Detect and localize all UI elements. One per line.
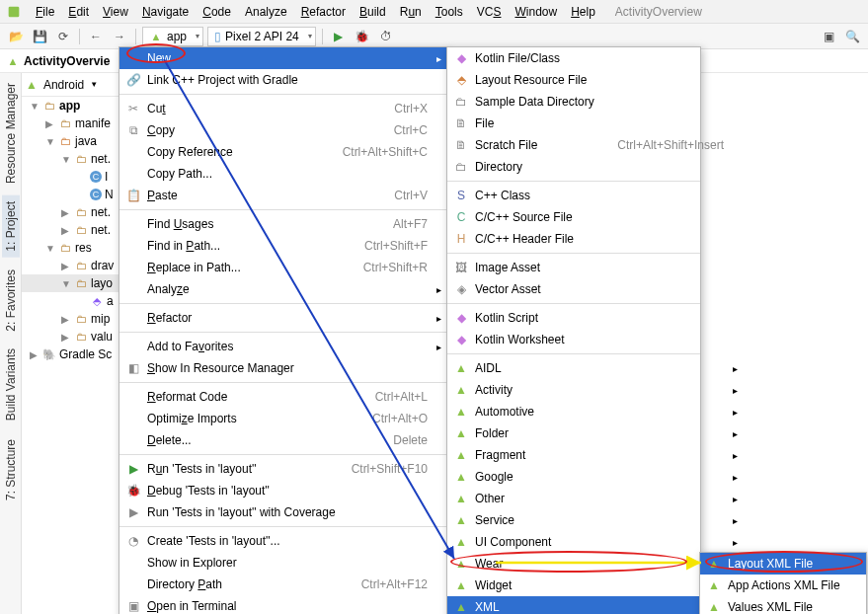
menu-item[interactable]: 📋PasteCtrl+V — [119, 185, 447, 206]
tool-project[interactable]: 1: Project — [2, 195, 20, 258]
menu-item[interactable]: ▶Run 'Tests in 'layout'' with Coverage — [119, 501, 447, 523]
menu-item[interactable]: ▲Automotive▸ — [447, 401, 744, 422]
menu-item[interactable]: Copy Path... — [119, 163, 447, 185]
menu-edit[interactable]: Edit — [62, 3, 95, 21]
menu-item[interactable]: 🖼Image Asset — [447, 257, 744, 278]
profile-icon[interactable]: ⏱ — [376, 27, 396, 46]
menu-item[interactable]: Add to Favorites▸ — [119, 336, 447, 357]
menu-item[interactable]: Find in Path...Ctrl+Shift+F — [119, 235, 447, 257]
menu-item[interactable]: ▲Folder▸ — [447, 422, 744, 444]
menu-item-label: Service — [475, 513, 514, 527]
forward-icon[interactable]: → — [110, 27, 129, 46]
menu-tools[interactable]: Tools — [430, 3, 469, 21]
tool-resource-manager[interactable]: Resource Manager — [2, 77, 20, 190]
menu-item[interactable]: SC++ Class — [447, 185, 744, 206]
menu-file[interactable]: File — [30, 3, 60, 21]
tool-favorites[interactable]: 2: Favorites — [2, 264, 20, 338]
menu-item[interactable]: ▲Values XML File — [700, 596, 866, 614]
menu-code[interactable]: Code — [197, 3, 237, 21]
menu-shortcut: Ctrl+Alt+L — [355, 390, 428, 404]
menu-analyze[interactable]: Analyze — [239, 3, 293, 21]
menu-item[interactable]: 🗀Directory — [447, 156, 744, 178]
save-icon[interactable]: 💾 — [30, 27, 49, 46]
menu-separator — [447, 353, 700, 354]
h-badge-icon: H — [453, 232, 469, 246]
device-combo[interactable]: ▯ Pixel 2 API 24 — [207, 27, 316, 46]
menu-shortcut: Ctrl+Alt+Shift+Insert — [597, 138, 724, 152]
android-icon: ▲ — [453, 492, 469, 505]
kotlin-icon: ◆ — [453, 311, 469, 325]
menu-item[interactable]: ◧Show In Resource Manager — [119, 357, 447, 379]
run-config-combo[interactable]: ▲ app — [142, 27, 203, 46]
twisty-icon: ▼ — [30, 101, 39, 112]
layout-icon[interactable]: ▣ — [819, 27, 838, 46]
run-icon[interactable]: ▶ — [329, 27, 349, 46]
app-logo-icon — [6, 4, 22, 20]
menu-item[interactable]: ▲Layout XML File — [700, 553, 866, 575]
menu-item[interactable]: ▲Service▸ — [447, 509, 744, 531]
menu-item[interactable]: 🗎File — [447, 113, 744, 134]
menu-item[interactable]: Analyze▸ — [119, 278, 447, 300]
tool-build-variants[interactable]: Build Variants — [2, 343, 20, 426]
menu-item[interactable]: ◆Kotlin Worksheet — [447, 329, 744, 350]
menu-item[interactable]: CC/C++ Source File — [447, 206, 744, 228]
menu-item[interactable]: ▲AIDL▸ — [447, 357, 744, 379]
open-icon[interactable]: 📂 — [6, 27, 26, 46]
menu-item[interactable]: ◆Kotlin Script — [447, 307, 744, 329]
menu-refactor[interactable]: Refactor — [295, 3, 352, 21]
menu-item-label: Link C++ Project with Gradle — [147, 73, 298, 87]
menu-item[interactable]: ▲Other▸ — [447, 488, 744, 509]
menu-separator — [119, 94, 447, 95]
menu-view[interactable]: View — [97, 3, 134, 21]
menu-item-label: Image Asset — [475, 261, 540, 274]
menu-item[interactable]: ▲Activity▸ — [447, 379, 744, 401]
menu-item-label: Directory Path — [147, 577, 222, 591]
menu-build[interactable]: Build — [354, 3, 392, 21]
menu-item[interactable]: 🗀Sample Data Directory — [447, 91, 744, 113]
tool-structure[interactable]: 7: Structure — [2, 433, 20, 506]
menu-item-label: Widget — [475, 578, 512, 592]
menu-item[interactable]: Find UsagesAlt+F7 — [119, 213, 447, 235]
menu-item[interactable]: New▸ — [119, 47, 447, 69]
search-icon[interactable]: 🔍 — [842, 27, 862, 46]
menu-item[interactable]: ▲Fragment▸ — [447, 444, 744, 466]
menu-item[interactable]: Replace in Path...Ctrl+Shift+R — [119, 257, 447, 278]
sync-icon[interactable]: ⟳ — [53, 27, 73, 46]
menu-navigate[interactable]: Navigate — [136, 3, 195, 21]
menu-item[interactable]: ▲UI Component▸ — [447, 531, 744, 553]
menu-item[interactable]: ▶Run 'Tests in 'layout''Ctrl+Shift+F10 — [119, 458, 447, 480]
menu-item[interactable]: Optimize ImportsCtrl+Alt+O — [119, 408, 447, 429]
menu-run[interactable]: Run — [394, 3, 428, 21]
menu-item[interactable]: ✂CutCtrl+X — [119, 98, 447, 119]
menu-item[interactable]: Reformat CodeCtrl+Alt+L — [119, 386, 447, 408]
menu-window[interactable]: Window — [509, 3, 563, 21]
menu-item[interactable]: ◆Kotlin File/Class — [447, 47, 744, 69]
menu-item[interactable]: ◔Create 'Tests in 'layout''... — [119, 530, 447, 552]
menu-item-label: Show In Resource Manager — [147, 361, 294, 375]
menu-vcs[interactable]: VCS — [471, 3, 508, 21]
debug-icon[interactable]: 🐞 — [353, 27, 372, 46]
menu-item[interactable]: ⬘Layout Resource File — [447, 69, 744, 91]
menu-item[interactable]: ▣Open in Terminal — [119, 595, 447, 614]
android-icon: ▲ — [26, 78, 38, 92]
menu-item[interactable]: Directory PathCtrl+Alt+F12 — [119, 574, 447, 595]
menu-item[interactable]: Refactor▸ — [119, 307, 447, 329]
menu-item[interactable]: Show in Explorer — [119, 552, 447, 574]
back-icon[interactable]: ← — [86, 27, 106, 46]
menu-item[interactable]: ▲App Actions XML File — [700, 575, 866, 596]
menu-item[interactable]: 🗎Scratch FileCtrl+Alt+Shift+Insert — [447, 134, 744, 156]
android-icon: ▲ — [453, 383, 469, 397]
menu-item[interactable]: ▲Google▸ — [447, 466, 744, 488]
menu-item[interactable]: 🔗Link C++ Project with Gradle — [119, 69, 447, 91]
menu-item[interactable]: 🐞Debug 'Tests in 'layout'' — [119, 480, 447, 501]
menu-item[interactable]: Copy ReferenceCtrl+Alt+Shift+C — [119, 141, 447, 163]
breadcrumb-root[interactable]: ActivityOvervie — [24, 54, 110, 68]
menu-help[interactable]: Help — [565, 3, 601, 21]
menu-item[interactable]: Delete...Delete — [119, 429, 447, 451]
menu-shortcut: Ctrl+V — [374, 189, 428, 202]
menu-item-label: Scratch File — [475, 138, 537, 152]
menu-item[interactable]: ⧉CopyCtrl+C — [119, 119, 447, 141]
menu-item[interactable]: HC/C++ Header File — [447, 228, 744, 250]
menu-item-label: Fragment — [475, 448, 525, 462]
menu-item[interactable]: ◈Vector Asset — [447, 278, 744, 300]
